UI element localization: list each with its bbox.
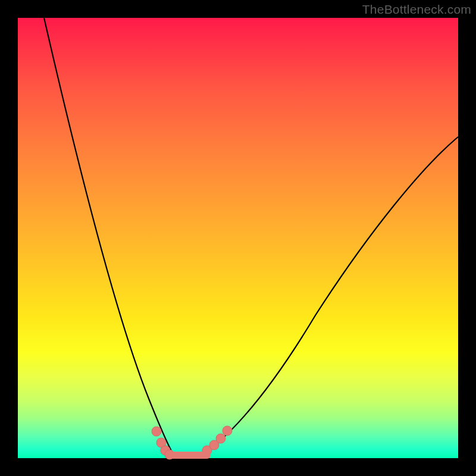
- watermark-text: TheBottleneck.com: [362, 2, 471, 17]
- right-curve: [196, 137, 458, 456]
- marker-dot: [216, 434, 226, 443]
- chart-plot-area: [18, 18, 458, 458]
- chart-svg: [18, 18, 458, 458]
- marker-dot: [223, 426, 232, 436]
- left-curve: [44, 18, 174, 455]
- marker-dot: [152, 427, 161, 436]
